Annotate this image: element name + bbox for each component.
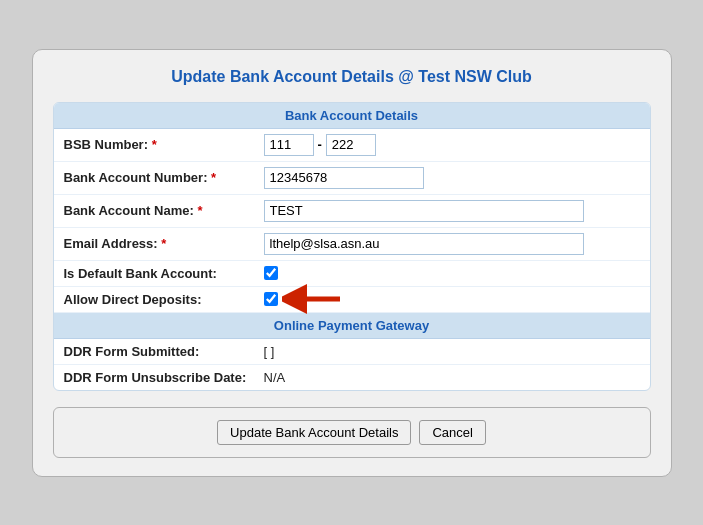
account-name-input[interactable] <box>264 200 584 222</box>
update-button[interactable]: Update Bank Account Details <box>217 420 411 445</box>
ddr-submitted-field: [ ] <box>264 344 640 359</box>
bsb-field: - <box>264 134 640 156</box>
account-name-row: Bank Account Name: * <box>54 195 650 228</box>
direct-deposits-row: Allow Direct Deposits: <box>54 287 650 313</box>
account-number-required: * <box>211 170 216 185</box>
account-number-row: Bank Account Number: * <box>54 162 650 195</box>
email-label: Email Address: * <box>64 236 264 251</box>
bsb-required: * <box>152 137 157 152</box>
email-required: * <box>161 236 166 251</box>
red-arrow-icon <box>282 284 342 314</box>
bank-details-header: Bank Account Details <box>54 103 650 129</box>
page-title: Update Bank Account Details @ Test NSW C… <box>53 68 651 86</box>
direct-deposits-field <box>264 292 640 306</box>
bsb-row: BSB Number: * - <box>54 129 650 162</box>
email-row: Email Address: * <box>54 228 650 261</box>
outer-panel: Update Bank Account Details @ Test NSW C… <box>32 49 672 477</box>
default-bank-row: Is Default Bank Account: <box>54 261 650 287</box>
ddr-unsubscribe-label: DDR Form Unsubscribe Date: <box>64 370 264 385</box>
bsb-label: BSB Number: * <box>64 137 264 152</box>
default-bank-checkbox[interactable] <box>264 266 278 280</box>
ddr-unsubscribe-value: N/A <box>264 370 286 385</box>
email-input[interactable] <box>264 233 584 255</box>
account-number-label: Bank Account Number: * <box>64 170 264 185</box>
ddr-submitted-value: [ ] <box>264 344 275 359</box>
account-name-label: Bank Account Name: * <box>64 203 264 218</box>
action-panel: Update Bank Account Details Cancel <box>53 407 651 458</box>
email-field-container <box>264 233 640 255</box>
default-bank-label: Is Default Bank Account: <box>64 266 264 281</box>
account-number-field <box>264 167 640 189</box>
bank-details-panel: Bank Account Details BSB Number: * - Ban… <box>53 102 651 391</box>
bsb-part2-input[interactable] <box>326 134 376 156</box>
direct-deposits-label: Allow Direct Deposits: <box>64 292 264 307</box>
account-number-input[interactable] <box>264 167 424 189</box>
bsb-separator: - <box>318 137 322 152</box>
direct-deposits-checkbox[interactable] <box>264 292 278 306</box>
ddr-unsubscribe-row: DDR Form Unsubscribe Date: N/A <box>54 365 650 390</box>
ddr-unsubscribe-field: N/A <box>264 370 640 385</box>
payment-gateway-header: Online Payment Gateway <box>54 313 650 339</box>
cancel-button[interactable]: Cancel <box>419 420 485 445</box>
ddr-submitted-row: DDR Form Submitted: [ ] <box>54 339 650 365</box>
account-name-required: * <box>197 203 202 218</box>
ddr-submitted-label: DDR Form Submitted: <box>64 344 264 359</box>
bsb-part1-input[interactable] <box>264 134 314 156</box>
account-name-field <box>264 200 640 222</box>
default-bank-field <box>264 266 640 280</box>
